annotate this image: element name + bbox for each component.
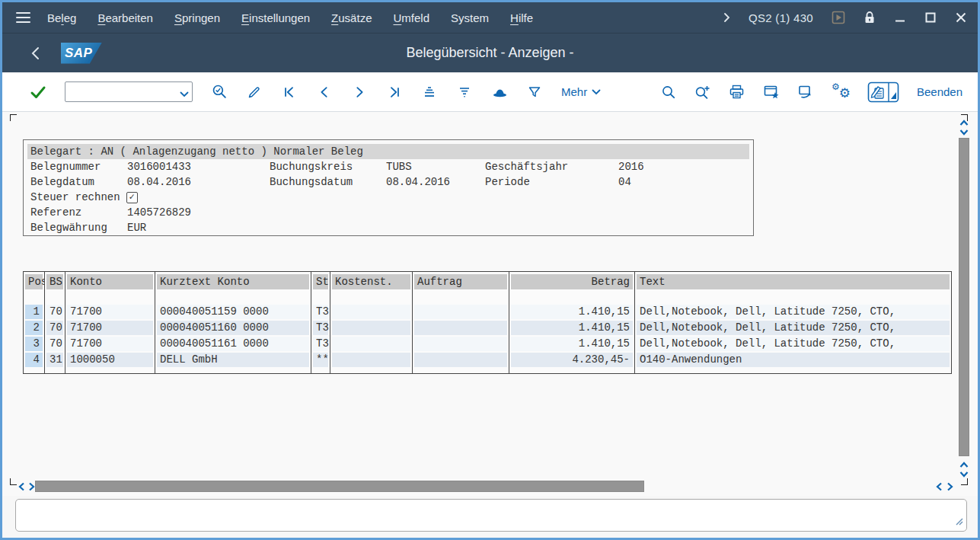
sort-descending-button[interactable] xyxy=(456,84,473,101)
cell-pos[interactable]: 4 xyxy=(24,352,45,368)
vscroll-up-button-bottom[interactable] xyxy=(959,461,969,469)
play-button-icon[interactable] xyxy=(832,11,845,24)
create-shortcut-button[interactable] xyxy=(763,84,780,101)
more-menu-button[interactable]: Mehr xyxy=(561,85,601,98)
cell-bs[interactable]: 70 xyxy=(45,336,65,352)
cell-auftrag[interactable] xyxy=(413,320,509,336)
cell-kurztext[interactable]: 000040051161 0000 xyxy=(155,336,311,352)
cell-pos[interactable]: 3 xyxy=(24,336,45,352)
gui-settings-button[interactable] xyxy=(867,84,899,101)
hscroll-left-button-right[interactable] xyxy=(934,482,944,490)
horizontal-scrollbar-thumb[interactable] xyxy=(35,481,644,492)
field-value-belegwaehrung: EUR xyxy=(127,220,270,235)
command-field-dropdown-icon[interactable] xyxy=(180,87,189,101)
hscroll-left-button[interactable] xyxy=(17,482,27,490)
menu-item-einstellungen[interactable]: Einstellungen xyxy=(241,11,310,24)
previous-page-button[interactable] xyxy=(316,84,333,101)
vscroll-down-button[interactable] xyxy=(959,128,969,136)
cell-pos[interactable]: 2 xyxy=(24,320,45,336)
vertical-scrollbar-thumb[interactable] xyxy=(959,138,969,456)
cell-st[interactable]: T3 xyxy=(311,320,330,336)
cell-text[interactable]: Dell,Notebook, Dell, Latitude 7250, CTO, xyxy=(635,336,952,352)
last-page-button[interactable] xyxy=(386,84,403,101)
cell-kostenst[interactable] xyxy=(330,304,413,320)
cell-konto[interactable]: 71700 xyxy=(65,336,155,352)
cell-kurztext[interactable]: 000040051160 0000 xyxy=(155,320,311,336)
toolbar: Mehr ⚙⚙ Beenden xyxy=(2,72,978,112)
hamburger-menu-icon[interactable] xyxy=(16,12,30,24)
back-button[interactable] xyxy=(31,46,40,60)
cell-kostenst[interactable] xyxy=(330,336,413,352)
col-header-kostenst[interactable]: Kostenst. xyxy=(330,272,413,292)
minimize-button[interactable] xyxy=(894,11,906,24)
status-bar xyxy=(2,496,978,538)
col-header-kurztext[interactable]: Kurztext Konto xyxy=(155,272,311,292)
cell-bs[interactable]: 70 xyxy=(45,304,65,320)
col-header-bs[interactable]: BS xyxy=(45,272,65,292)
maximize-button[interactable] xyxy=(924,11,937,24)
cell-betrag[interactable]: 1.410,15 xyxy=(509,320,635,336)
menubar-right-group: QS2 (1) 430 xyxy=(723,11,967,24)
cell-konto[interactable]: 1000050 xyxy=(65,352,155,368)
cell-betrag[interactable]: 1.410,15 xyxy=(509,304,635,320)
col-header-pos[interactable]: Pos xyxy=(24,272,45,292)
menu-item-umfeld[interactable]: Umfeld xyxy=(393,11,429,24)
services-gears-icon[interactable]: ⚙⚙ xyxy=(832,84,850,101)
menu-item-hilfe[interactable]: Hilfe xyxy=(510,11,533,24)
sap-logo: SAP xyxy=(61,43,102,64)
menu-item-springen[interactable]: Springen xyxy=(174,11,220,24)
search-next-button[interactable] xyxy=(694,84,711,101)
exit-button[interactable]: Beenden xyxy=(917,85,962,98)
menu-overflow-chevron-icon[interactable] xyxy=(723,12,730,23)
cell-konto[interactable]: 71700 xyxy=(65,304,155,320)
cell-auftrag[interactable] xyxy=(413,304,509,320)
menu-item-zusaetze[interactable]: Zusätze xyxy=(331,11,372,24)
command-field[interactable] xyxy=(65,81,193,102)
cell-auftrag[interactable] xyxy=(413,352,509,368)
field-label-steuer-rechnen: Steuer rechnen xyxy=(30,190,120,205)
bowler-hat-icon[interactable] xyxy=(491,84,508,101)
col-header-st[interactable]: St xyxy=(311,272,330,292)
close-button[interactable] xyxy=(955,11,967,24)
col-header-text[interactable]: Text xyxy=(635,272,952,292)
menu-item-system[interactable]: System xyxy=(451,11,489,24)
cell-st[interactable]: T3 xyxy=(311,336,330,352)
cell-pos[interactable]: 1 xyxy=(24,304,45,320)
cell-kostenst[interactable] xyxy=(330,352,413,368)
menu-item-bearbeiten[interactable]: Bearbeiten xyxy=(97,11,153,24)
cell-kurztext[interactable]: 000040051159 0000 xyxy=(155,304,311,320)
tax-checkbox[interactable]: ✓ xyxy=(126,192,138,203)
col-header-auftrag[interactable]: Auftrag xyxy=(413,272,509,292)
vscroll-down-button-bottom[interactable] xyxy=(959,470,969,478)
vscroll-up-button[interactable] xyxy=(959,119,969,127)
cell-kostenst[interactable] xyxy=(330,320,413,336)
cell-st[interactable]: ** xyxy=(311,352,330,368)
menu-item-beleg[interactable]: Beleg xyxy=(47,11,76,24)
first-page-button[interactable] xyxy=(281,84,298,101)
cell-konto[interactable]: 71700 xyxy=(65,320,155,336)
sort-ascending-button[interactable] xyxy=(421,84,438,101)
col-header-konto[interactable]: Konto xyxy=(65,272,155,292)
display-change-button[interactable] xyxy=(246,84,263,101)
cell-betrag[interactable]: 1.410,15 xyxy=(509,336,635,352)
choose-detail-button[interactable] xyxy=(211,84,228,101)
new-session-button[interactable] xyxy=(797,84,814,101)
print-button[interactable] xyxy=(729,84,745,101)
cell-bs[interactable]: 31 xyxy=(45,352,65,368)
cell-betrag[interactable]: 4.230,45- xyxy=(509,352,635,368)
hscroll-right-button-right[interactable] xyxy=(945,482,955,490)
cell-bs[interactable]: 70 xyxy=(45,320,65,336)
search-button[interactable] xyxy=(660,84,677,101)
cell-text[interactable]: Dell,Notebook, Dell, Latitude 7250, CTO, xyxy=(635,320,952,336)
cell-st[interactable]: T3 xyxy=(311,304,330,320)
resize-grip-icon[interactable] xyxy=(954,515,963,529)
next-page-button[interactable] xyxy=(351,84,368,101)
filter-button[interactable] xyxy=(526,84,543,101)
field-label-buchungskreis: Buchungskreis xyxy=(270,159,386,174)
continue-button[interactable] xyxy=(30,84,46,101)
cell-text[interactable]: Dell,Notebook, Dell, Latitude 7250, CTO, xyxy=(635,304,952,320)
cell-auftrag[interactable] xyxy=(413,336,509,352)
col-header-betrag[interactable]: Betrag xyxy=(509,272,635,292)
cell-kurztext[interactable]: DELL GmbH xyxy=(155,352,311,368)
cell-text[interactable]: O140-Anwendungen xyxy=(635,352,952,368)
